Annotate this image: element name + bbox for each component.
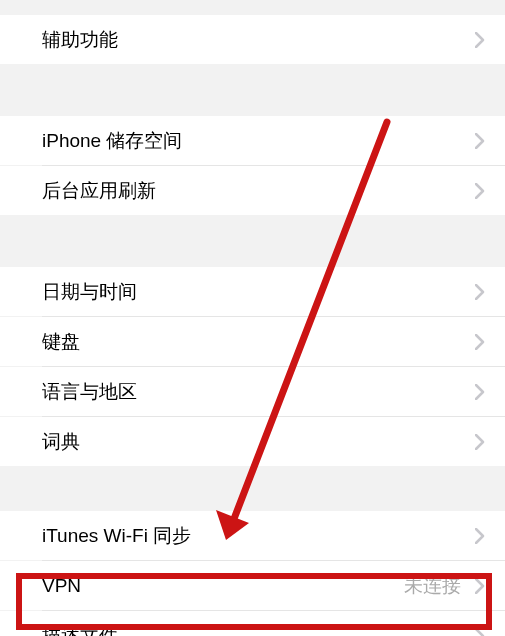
cell-keyboard[interactable]: 键盘 (0, 317, 505, 366)
chevron-right-icon (475, 183, 485, 199)
section-gap (0, 64, 505, 116)
settings-list: 辅助功能 iPhone 储存空间 后台应用刷新 日期与时间 键盘 语言与地区 (0, 0, 505, 636)
chevron-right-icon (475, 284, 485, 300)
section-gap (0, 215, 505, 267)
chevron-right-icon (475, 133, 485, 149)
cell-label: 描述文件 (42, 623, 475, 637)
chevron-right-icon (475, 384, 485, 400)
cell-dictionary[interactable]: 词典 (0, 417, 505, 466)
cell-profile[interactable]: 描述文件 (0, 611, 505, 636)
cell-iphone-storage[interactable]: iPhone 储存空间 (0, 116, 505, 165)
cell-label: VPN (42, 575, 404, 597)
cell-label: 后台应用刷新 (42, 178, 475, 204)
cell-label: 词典 (42, 429, 475, 455)
chevron-right-icon (475, 628, 485, 637)
section-gap (0, 466, 505, 511)
cell-label: 日期与时间 (42, 279, 475, 305)
cell-detail: 未连接 (404, 573, 461, 599)
chevron-right-icon (475, 334, 485, 350)
cell-label: 语言与地区 (42, 379, 475, 405)
chevron-right-icon (475, 578, 485, 594)
cell-label: iTunes Wi-Fi 同步 (42, 523, 475, 549)
top-spacer (0, 0, 505, 15)
chevron-right-icon (475, 32, 485, 48)
cell-background-app-refresh[interactable]: 后台应用刷新 (0, 166, 505, 215)
cell-language-region[interactable]: 语言与地区 (0, 367, 505, 416)
cell-label: 辅助功能 (42, 27, 475, 53)
cell-vpn[interactable]: VPN 未连接 (0, 561, 505, 610)
cell-label: iPhone 储存空间 (42, 128, 475, 154)
chevron-right-icon (475, 528, 485, 544)
cell-label: 键盘 (42, 329, 475, 355)
chevron-right-icon (475, 434, 485, 450)
cell-date-time[interactable]: 日期与时间 (0, 267, 505, 316)
cell-accessibility[interactable]: 辅助功能 (0, 15, 505, 64)
cell-itunes-wifi-sync[interactable]: iTunes Wi-Fi 同步 (0, 511, 505, 560)
